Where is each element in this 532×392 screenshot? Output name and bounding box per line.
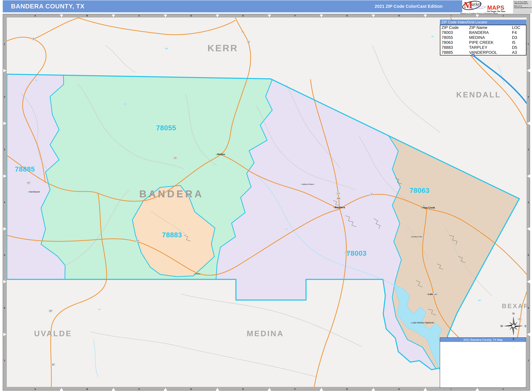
grid-notch (112, 14, 115, 17)
map-poster-page: BANDERA COUNTY, TX 2021 ZIP Code ColorCa… (0, 0, 532, 392)
grid-notch (3, 122, 6, 125)
us-map-sketch-icon (468, 5, 487, 10)
zip-index-row: 78883TARPLEYD5 (440, 45, 526, 50)
zip-index-cell: 78003 (440, 30, 468, 35)
grid-notch (164, 14, 167, 17)
grid-notch (216, 14, 219, 17)
map-legend: 2021 Bandera County, TX Map CountyStateZ… (440, 337, 526, 388)
compass-center (512, 324, 515, 328)
grid-notch (3, 280, 6, 283)
zip-index-columns: ZIP CodeZIP NameLOC (440, 25, 526, 30)
zip-index-cell: D5 (511, 45, 526, 50)
map-content (7, 18, 527, 387)
map-canvas (7, 18, 527, 387)
zip-index-column: ZIP Name (468, 25, 511, 30)
grid-notch (320, 388, 323, 391)
zip-index-row: 78055MEDINAD3 (440, 35, 526, 40)
zip-index-cell: 78055 (440, 35, 468, 40)
grid-notch (320, 14, 323, 17)
grid-notch (164, 388, 167, 391)
contact-line: EMAIL US AT: (514, 5, 531, 7)
page-title: BANDERA COUNTY, TX (11, 0, 84, 12)
grid-notch (216, 388, 219, 391)
zip-index-row: 78003BANDERAF4 (440, 30, 526, 35)
contact-line: 1-888-434-MAPS (6277) (514, 3, 531, 5)
grid-notch (527, 280, 530, 283)
zip-index-cell: BANDERA (468, 30, 511, 35)
grid-notch (268, 388, 271, 391)
edition-label: 2021 ZIP Code ColorCast Edition (375, 0, 443, 12)
zip-index-column: LOC (511, 25, 526, 30)
contact-line: CALL US TOLL FREE! (514, 1, 531, 3)
zip-index-cell: MEDINA (468, 35, 511, 40)
zip-index-cell: TARPLEY (468, 45, 511, 50)
zip-index-cell: I5 (511, 40, 526, 45)
grid-notch (268, 14, 271, 17)
logo-maps-text: MAPS (487, 5, 504, 11)
marketmaps-logo: M arket MAPS On Target. On Time. America… (463, 0, 512, 13)
grid-notch (3, 333, 6, 336)
zip-index-cell: A3 (511, 50, 526, 55)
contact-line: mapsales@MarketMAPS.com (514, 7, 531, 9)
grid-notch (3, 227, 6, 231)
grid-notch (372, 388, 375, 391)
zip-index-row: 78063PIPE CREEKI5 (440, 40, 526, 45)
contact-box: CALL US TOLL FREE! 1-888-434-MAPS (6277)… (513, 1, 532, 13)
zip-index-column: ZIP Code (440, 25, 468, 30)
grid-notch (527, 333, 530, 336)
grid-notch (476, 14, 479, 17)
grid-notch (527, 69, 530, 72)
zip-index-cell: 78063 (440, 40, 468, 45)
legend-title: 2021 Bandera County, TX Map (440, 338, 526, 342)
zip-index-title: ZIP Code Index/Grid Locator (440, 20, 526, 25)
grid-notch (527, 174, 530, 178)
grid-notch (60, 388, 63, 391)
grid-notch (3, 174, 6, 178)
zip-index-body: ZIP CodeZIP NameLOC 78003BANDERAF478055M… (440, 25, 526, 56)
zip-index-cell: D3 (511, 35, 526, 40)
zip-index-table: ZIP Code Index/Grid Locator ZIP CodeZIP … (440, 20, 526, 56)
grid-notch (60, 14, 63, 17)
zip-index-cell: PIPE CREEK (468, 40, 511, 45)
zip-index-cell: VANDERPOOL (468, 50, 511, 55)
header-bar: BANDERA COUNTY, TX 2021 ZIP Code ColorCa… (3, 0, 462, 12)
grid-notch (476, 388, 479, 391)
grid-notch (527, 227, 530, 231)
grid-notch (112, 388, 115, 391)
zip-index-cell: 78885 (440, 50, 468, 55)
zip-index-row: 78885VANDERPOOLA3 (440, 50, 526, 55)
zip-index-cell: 78883 (440, 45, 468, 50)
zip-index-cell: F4 (511, 30, 526, 35)
grid-notch (424, 388, 427, 391)
grid-notch (527, 122, 530, 125)
grid-notch (424, 14, 427, 17)
map-sheet (3, 14, 530, 391)
compass-rose (501, 314, 526, 338)
grid-notch (3, 69, 6, 72)
grid-notch (372, 14, 375, 17)
